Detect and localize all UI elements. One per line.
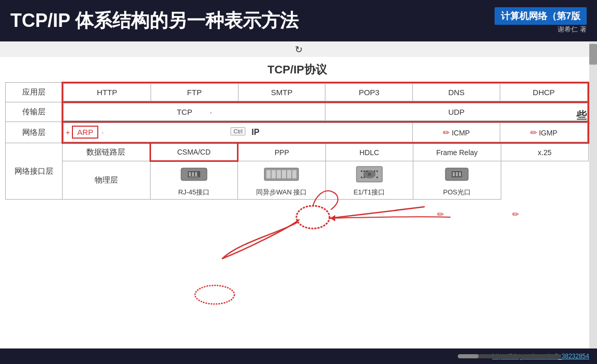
scrollbar-thumb[interactable]	[458, 354, 479, 358]
protocol-dhcp: DHCP	[500, 84, 588, 101]
rj45-label: RJ-45接口	[153, 188, 236, 197]
svg-rect-2	[189, 172, 191, 176]
physical-e1t1: E1/T1接口	[325, 161, 413, 200]
protocol-ftp: FTP	[151, 84, 238, 101]
svg-point-29	[296, 206, 330, 229]
svg-rect-7	[266, 170, 271, 178]
bottom-bar: https://blog.csdn.net/m0_38232854	[0, 348, 597, 364]
refresh-icon[interactable]: ↻	[295, 44, 303, 55]
page-title: TCP/IP 体系结构的另一种表示方法	[10, 8, 298, 34]
side-scrollbar-thumb[interactable]	[589, 44, 597, 65]
protocol-dns: DNS	[413, 84, 500, 101]
svg-marker-30	[330, 215, 335, 221]
svg-rect-8	[272, 170, 276, 178]
toolbar: ↻	[0, 41, 597, 57]
svg-point-17	[363, 170, 365, 172]
physical-wan: 同异步WAN 接口	[238, 161, 326, 200]
ctrl-badge: Ctrl	[231, 127, 246, 135]
transport-layer-row: 传输层 TCP · UDP	[6, 102, 589, 122]
arp-box: ARP	[72, 126, 98, 139]
e1t1-label: E1/T1接口	[328, 188, 411, 197]
protocol-pop3: POP3	[325, 84, 413, 101]
tcp-dot: ·	[210, 108, 212, 116]
book-author: 谢希仁 著	[495, 25, 587, 34]
svg-point-18	[366, 170, 367, 172]
protocol-frame-relay: Frame Relay	[413, 143, 501, 161]
rj45-icon	[178, 164, 210, 185]
main-content: TCP/IP协议 些 应用层 HTTP FTP SMTP POP3 DNS DH…	[0, 57, 597, 348]
svg-rect-27	[456, 172, 458, 176]
pos-label: POS光口	[415, 188, 499, 197]
protocol-tcp: TCP ·	[64, 103, 325, 121]
svg-rect-4	[195, 172, 197, 176]
svg-rect-5	[190, 176, 198, 178]
svg-point-16	[361, 170, 362, 172]
network-interface-label: 网络接口层	[6, 143, 63, 200]
side-scrollbar[interactable]	[589, 41, 597, 348]
app-protocols-cell: HTTP FTP SMTP POP3 DNS DHCP	[63, 83, 589, 102]
arp-suffix: ·	[101, 128, 103, 136]
app-layer-row: 应用层 HTTP FTP SMTP POP3 DNS DHCP	[6, 83, 589, 102]
svg-rect-26	[453, 172, 455, 176]
svg-point-15	[368, 173, 371, 176]
protocol-hdlc: HDLC	[325, 143, 413, 161]
svg-rect-12	[292, 170, 296, 178]
protocol-table: 应用层 HTTP FTP SMTP POP3 DNS DHCP 传输层	[5, 82, 589, 200]
svg-point-19	[374, 170, 375, 172]
right-edge-label: 些	[576, 109, 587, 123]
svg-rect-28	[459, 172, 461, 176]
protocol-udp: UDP	[325, 103, 588, 121]
transport-protocols-cell: TCP · UDP	[63, 102, 589, 122]
physical-pos: POS光口	[413, 161, 501, 200]
e1t1-icon	[354, 164, 385, 185]
datalink-label: 数据链路层	[63, 143, 151, 161]
protocol-http: HTTP	[64, 84, 151, 101]
book-title: 计算机网络（第7版	[495, 7, 587, 25]
wan-icon	[263, 164, 300, 185]
protocol-smtp: SMTP	[238, 84, 325, 101]
svg-point-23	[376, 176, 378, 178]
transport-layer-label: 传输层	[6, 102, 63, 122]
protocol-ppp: PPP	[238, 143, 326, 161]
ip-region: + ARP · Ctrl IP	[64, 123, 413, 142]
network-protocols-cell: + ARP · Ctrl IP ✏ ICMP	[63, 122, 589, 143]
protocol-csmacd: CSMA/CD	[150, 143, 238, 161]
arp-plus: +	[66, 128, 70, 136]
svg-rect-11	[287, 170, 291, 178]
svg-point-21	[361, 176, 362, 178]
ip-label: IP	[251, 128, 259, 137]
protocol-x25: x.25	[501, 143, 589, 161]
svg-text:✏: ✏	[437, 210, 444, 219]
physical-row: 物理层 RJ-45接口	[6, 161, 589, 200]
network-layer-label: 网络层	[6, 122, 63, 143]
book-info: 计算机网络（第7版 谢希仁 著	[495, 7, 587, 34]
svg-rect-10	[282, 170, 286, 178]
svg-point-22	[363, 176, 365, 178]
physical-rj45: RJ-45接口	[150, 161, 238, 200]
svg-text:✏: ✏	[512, 210, 519, 219]
svg-point-20	[376, 170, 378, 172]
table-title: TCP/IP协议	[5, 62, 589, 78]
svg-rect-9	[277, 170, 281, 178]
svg-point-31	[195, 285, 234, 304]
svg-rect-3	[192, 172, 194, 176]
wan-label: 同异步WAN 接口	[240, 188, 323, 197]
physical-label: 物理层	[63, 161, 151, 200]
protocol-icmp: ✏ ICMP	[413, 123, 500, 142]
header: TCP/IP 体系结构的另一种表示方法 计算机网络（第7版 谢希仁 著	[0, 0, 597, 41]
pos-icon	[441, 164, 472, 185]
bottom-scrollbar[interactable]	[458, 354, 561, 358]
protocol-igmp: ✏ IGMP	[500, 123, 588, 142]
network-layer-row: 网络层 + ARP · Ctrl	[6, 122, 589, 143]
arp-container: + ARP ·	[66, 126, 103, 139]
datalink-physical-row: 网络接口层 数据链路层 CSMA/CD PPP HDLC Frame Relay…	[6, 143, 589, 161]
app-layer-label: 应用层	[6, 83, 63, 102]
